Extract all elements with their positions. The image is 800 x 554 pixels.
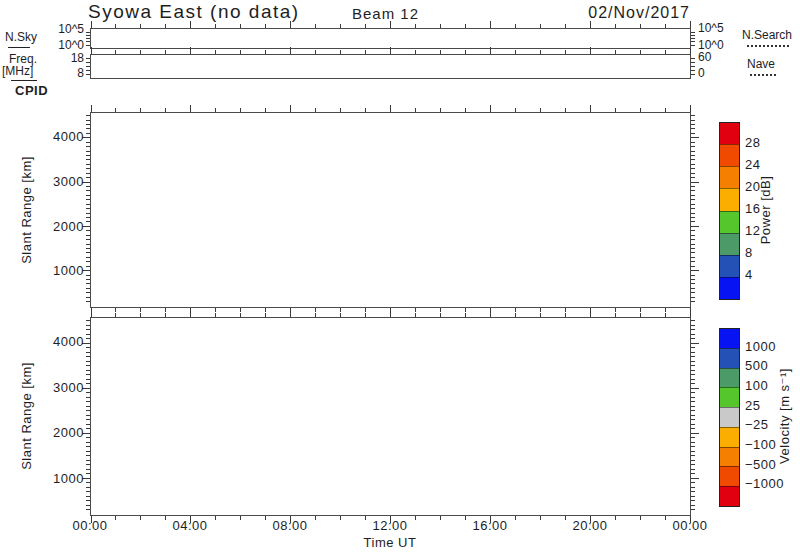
freq-ytick-bottom: 8 bbox=[56, 67, 84, 80]
y-axis-tick bbox=[691, 266, 695, 267]
y-axis-tick bbox=[691, 329, 695, 330]
power-colorbar-segment bbox=[720, 188, 739, 210]
x-axis-tick bbox=[415, 313, 416, 317]
range-tick-label: 2000 bbox=[34, 426, 84, 440]
x-axis-tick bbox=[290, 105, 291, 112]
x-axis-tick bbox=[465, 313, 466, 317]
y-axis-tick bbox=[86, 124, 90, 125]
x-axis-tick bbox=[515, 108, 516, 112]
velocity-colorbar-tick-label: 25 bbox=[745, 399, 760, 413]
y-axis-tick bbox=[86, 392, 90, 393]
power-colorbar-tick-label: 4 bbox=[745, 268, 753, 282]
power-colorbar-segment bbox=[720, 255, 739, 277]
y-axis-tick bbox=[86, 464, 90, 465]
y-axis-tick bbox=[86, 120, 90, 121]
power-colorbar-tick-label: 8 bbox=[745, 246, 753, 260]
velocity-colorbar-segment bbox=[720, 427, 739, 447]
y-axis-tick bbox=[691, 469, 695, 470]
y-axis-tick bbox=[86, 374, 90, 375]
y-axis-tick bbox=[691, 482, 695, 483]
y-axis-tick bbox=[691, 275, 695, 276]
y-axis-tick bbox=[691, 415, 695, 416]
y-axis-tick bbox=[691, 410, 695, 411]
y-axis-tick bbox=[691, 115, 695, 116]
range-tick-label: 4000 bbox=[34, 335, 84, 349]
x-axis-tick bbox=[240, 24, 241, 28]
x-axis-tick bbox=[690, 105, 691, 112]
x-axis-tick bbox=[590, 310, 591, 317]
y-axis-tick bbox=[86, 186, 90, 187]
x-axis-tick bbox=[115, 24, 116, 28]
y-axis-tick bbox=[86, 115, 90, 116]
velocity-colorbar-tick-label: 500 bbox=[745, 359, 768, 373]
x-axis-tick bbox=[615, 516, 616, 520]
x-axis-tick bbox=[265, 516, 266, 520]
y-axis-tick bbox=[86, 415, 90, 416]
y-axis-tick bbox=[86, 177, 90, 178]
x-axis-tick bbox=[365, 50, 366, 54]
x-axis-tick bbox=[615, 308, 616, 312]
y-axis-tick bbox=[691, 248, 695, 249]
y-axis-tick bbox=[691, 505, 695, 506]
x-axis-tick bbox=[215, 313, 216, 317]
y-axis-tick bbox=[691, 151, 695, 152]
velocity-colorbar bbox=[719, 328, 740, 507]
x-axis-tick bbox=[190, 21, 191, 28]
nsearch-label: N.Search bbox=[742, 29, 792, 42]
y-axis-tick bbox=[691, 388, 699, 389]
time-tick-label: 12:00 bbox=[372, 519, 407, 533]
x-axis-tick bbox=[140, 108, 141, 112]
x-axis-tick bbox=[315, 50, 316, 54]
x-axis-tick bbox=[490, 47, 491, 54]
y-axis-tick bbox=[86, 275, 90, 276]
x-axis-tick bbox=[565, 308, 566, 312]
x-axis-tick bbox=[565, 50, 566, 54]
time-tick-label: 20:00 bbox=[572, 519, 607, 533]
range-tick-label: 2000 bbox=[34, 220, 84, 234]
y-axis-tick bbox=[691, 279, 695, 280]
x-axis-tick bbox=[515, 516, 516, 520]
y-axis-tick bbox=[691, 261, 695, 262]
x-axis-tick bbox=[165, 24, 166, 28]
x-axis-tick bbox=[240, 313, 241, 317]
y-axis-tick bbox=[86, 320, 90, 321]
y-axis-tick bbox=[691, 164, 695, 165]
nave-right-ytick-bottom: 0 bbox=[698, 67, 705, 80]
y-axis-tick bbox=[86, 142, 90, 143]
x-axis-tick bbox=[240, 108, 241, 112]
y-axis-tick bbox=[86, 252, 90, 253]
y-axis-tick bbox=[86, 446, 90, 447]
x-axis-tick bbox=[140, 50, 141, 54]
y-axis-tick bbox=[691, 442, 695, 443]
x-axis-tick bbox=[140, 24, 141, 28]
x-axis-tick bbox=[240, 516, 241, 520]
y-axis-tick bbox=[691, 320, 695, 321]
x-axis-tick bbox=[565, 108, 566, 112]
y-axis-tick bbox=[86, 301, 90, 302]
power-colorbar-segment bbox=[720, 233, 739, 255]
x-axis-tick bbox=[640, 516, 641, 520]
x-axis-tick bbox=[415, 24, 416, 28]
power-panel bbox=[90, 112, 691, 308]
freq-panel bbox=[90, 54, 691, 79]
velocity-colorbar-tick-label: −500 bbox=[745, 458, 776, 472]
freq-label-line2: [MHz] bbox=[2, 65, 33, 78]
x-axis-tick bbox=[440, 516, 441, 520]
y-axis-tick bbox=[691, 182, 699, 183]
x-axis-tick bbox=[340, 308, 341, 312]
radar-summary-plot: Syowa East (no data) Beam 12 02/Nov/2017… bbox=[0, 0, 800, 554]
y-axis-tick bbox=[691, 433, 699, 434]
y-axis-tick bbox=[86, 279, 90, 280]
nsky-ytick-top: 10^5 bbox=[36, 23, 84, 36]
y-axis-tick bbox=[86, 442, 90, 443]
y-axis-tick bbox=[691, 288, 695, 289]
y-axis-tick bbox=[691, 74, 695, 75]
y-axis-tick bbox=[86, 496, 90, 497]
x-axis-tick bbox=[440, 24, 441, 28]
nsky-panel bbox=[90, 28, 691, 49]
x-axis-tick bbox=[365, 313, 366, 317]
x-axis-tick bbox=[215, 108, 216, 112]
nave-label: Nave bbox=[747, 58, 775, 71]
x-axis-tick bbox=[440, 313, 441, 317]
x-axis-tick bbox=[340, 516, 341, 520]
